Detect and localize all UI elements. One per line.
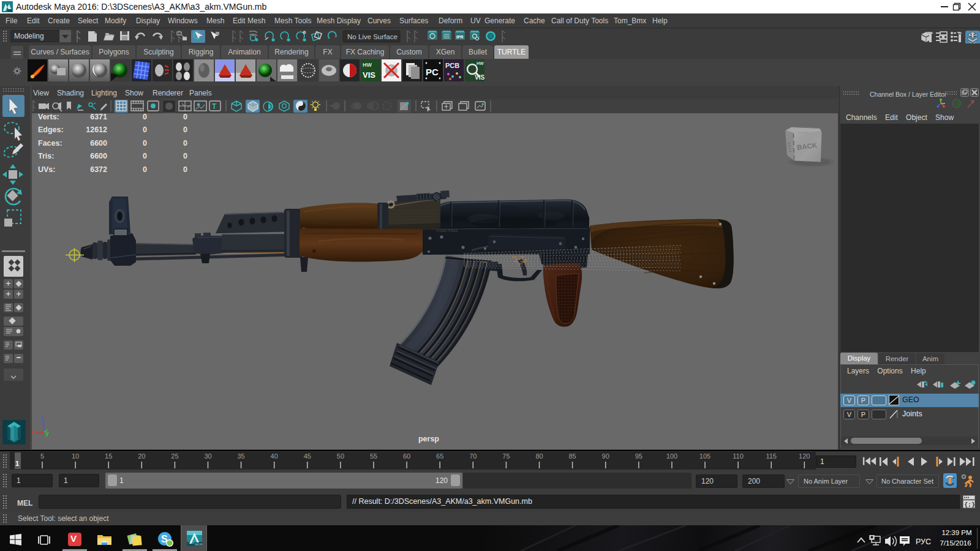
svg-text:80: 80 <box>535 452 543 460</box>
svg-text:HW: HW <box>477 61 484 66</box>
svg-text:35: 35 <box>237 452 244 460</box>
svg-text:PCB: PCB <box>445 62 459 69</box>
svg-text:persp: persp <box>418 435 439 443</box>
svg-text:120: 120 <box>799 452 810 460</box>
svg-text:HW: HW <box>363 62 372 68</box>
svg-text:50: 50 <box>337 452 344 460</box>
svg-text:115: 115 <box>766 452 777 460</box>
svg-text:60: 60 <box>403 452 410 460</box>
svg-text:x: x <box>32 428 34 435</box>
svg-text:30: 30 <box>204 452 211 460</box>
svg-text:PC: PC <box>426 67 439 77</box>
svg-text:ΓΛ1966 ΠΓ8809: ΓΛ1966 ΠΓ8809 <box>436 229 458 233</box>
svg-text:20: 20 <box>138 452 145 460</box>
svg-text:y: y <box>45 429 49 437</box>
svg-text:РУС: РУС <box>916 538 931 546</box>
svg-text:95: 95 <box>635 452 643 460</box>
svg-text:VIS: VIS <box>363 70 375 80</box>
svg-text:{;}: {;} <box>965 501 975 508</box>
svg-text:105: 105 <box>699 452 710 460</box>
svg-text:100: 100 <box>666 452 677 460</box>
svg-text:5: 5 <box>40 452 44 460</box>
svg-text:90: 90 <box>602 452 609 460</box>
svg-text:75: 75 <box>502 452 510 460</box>
svg-text:VIS: VIS <box>475 74 484 81</box>
svg-text:65: 65 <box>436 452 443 460</box>
svg-text:40: 40 <box>271 452 278 460</box>
svg-text:z: z <box>40 414 43 422</box>
svg-text:85: 85 <box>568 452 576 460</box>
svg-text:15: 15 <box>105 452 112 460</box>
svg-text:45: 45 <box>304 452 311 460</box>
svg-text:No Live Surface: No Live Surface <box>347 33 398 40</box>
svg-text:T: T <box>212 102 217 111</box>
svg-text:110: 110 <box>733 452 744 460</box>
svg-text:MAYA: MAYA <box>195 543 202 546</box>
svg-text:70: 70 <box>469 452 477 460</box>
svg-text:55: 55 <box>370 452 377 460</box>
svg-text:25: 25 <box>171 452 178 460</box>
svg-text:10: 10 <box>72 452 79 460</box>
svg-text:IPR: IPR <box>456 35 464 39</box>
